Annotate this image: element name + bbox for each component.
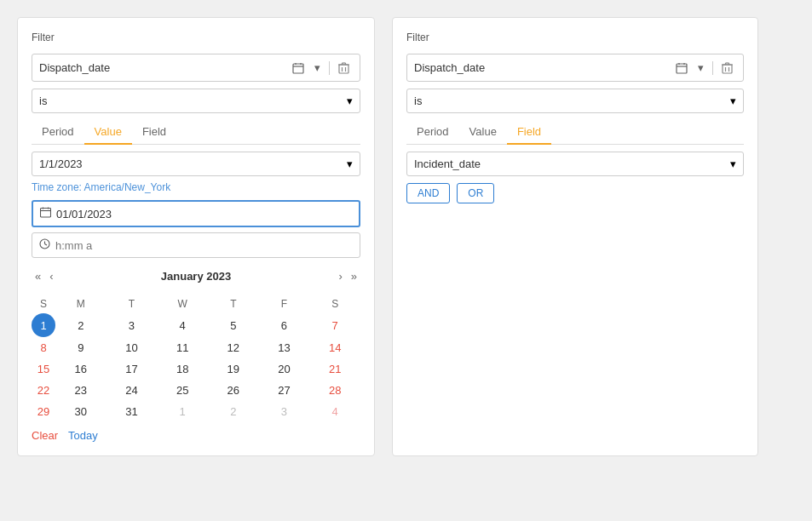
calendar-day[interactable]: 21	[309, 358, 360, 380]
calendar-day[interactable]: 1	[157, 401, 208, 422]
right-tabs-row: Period Value Field	[406, 120, 744, 145]
left-operator-select[interactable]: is ▾	[32, 89, 360, 113]
chevron-down-icon: ▾	[698, 61, 704, 74]
right-field-row[interactable]: Dispatch_date ▾	[406, 54, 744, 82]
calendar-day[interactable]: 19	[208, 358, 259, 380]
left-chevron-down-btn[interactable]: ▾	[311, 60, 324, 76]
calendar-day[interactable]: 12	[208, 337, 259, 358]
calendar-day[interactable]: 22	[32, 380, 55, 401]
calendar-day[interactable]: 26	[208, 380, 259, 401]
left-date-input[interactable]	[56, 208, 352, 220]
next-month-btn[interactable]: ›	[335, 268, 345, 284]
weekday-f: F	[259, 295, 310, 313]
tab-value-left[interactable]: Value	[84, 120, 132, 145]
calendar-day[interactable]: 17	[107, 358, 158, 380]
chevron-down-icon: ▾	[730, 94, 736, 107]
weekday-t2: T	[208, 295, 259, 313]
and-button[interactable]: AND	[406, 183, 450, 203]
calendar-day[interactable]: 2	[55, 313, 107, 337]
left-tabs-row: Period Value Field	[32, 120, 360, 145]
calendar-day[interactable]: 10	[107, 337, 158, 358]
chevron-down-icon: ▾	[730, 157, 736, 170]
calendar-day[interactable]: 7	[309, 313, 360, 337]
right-delete-btn[interactable]	[718, 60, 736, 76]
calendar-day[interactable]: 31	[107, 401, 158, 422]
right-calendar-icon-btn[interactable]	[672, 60, 691, 76]
svg-rect-22	[723, 65, 732, 73]
calendar-day[interactable]: 4	[309, 401, 360, 422]
calendar-day[interactable]: 2	[208, 401, 259, 422]
calendar-day[interactable]: 13	[259, 337, 310, 358]
left-timezone-label: Time zone: America/New_York	[32, 181, 360, 193]
divider	[329, 61, 330, 75]
calendar-day[interactable]: 30	[55, 401, 107, 422]
right-field-dropdown[interactable]: Incident_date ▾	[406, 152, 744, 176]
svg-rect-11	[41, 209, 51, 218]
calendar-day[interactable]: 9	[55, 337, 107, 358]
left-field-row[interactable]: Dispatch_date ▾	[32, 54, 360, 82]
calendar-footer: Clear Today	[32, 422, 360, 442]
calendar-day[interactable]: 20	[259, 358, 310, 380]
chevron-down-icon: ▾	[314, 61, 320, 74]
left-field-row-icons: ▾	[289, 60, 353, 76]
left-calendar-icon-btn[interactable]	[289, 60, 308, 76]
calendar-day[interactable]: 16	[55, 358, 107, 380]
svg-rect-4	[339, 65, 348, 73]
calendar-day[interactable]: 28	[309, 380, 360, 401]
left-date-preset-select[interactable]: 1/1/2023 ▾	[32, 152, 360, 176]
calendar-day[interactable]: 3	[259, 401, 310, 422]
or-button[interactable]: OR	[457, 183, 494, 203]
nav-next-buttons: › »	[335, 268, 360, 284]
calendar-day[interactable]: 23	[55, 380, 107, 401]
clear-link[interactable]: Clear	[32, 429, 58, 442]
calendar-grid: S M T W T F S 12345678910111213141516171…	[32, 295, 360, 422]
tab-field-right[interactable]: Field	[507, 120, 551, 145]
calendar-day[interactable]: 29	[32, 401, 55, 422]
calendar-day[interactable]: 27	[259, 380, 310, 401]
chevron-down-icon: ▾	[347, 94, 353, 107]
left-field-label: Dispatch_date	[39, 61, 289, 74]
weekday-s1: S	[32, 295, 55, 313]
tab-period-right[interactable]: Period	[406, 120, 459, 145]
chevron-down-icon: ▾	[347, 157, 353, 170]
weekday-w: W	[157, 295, 208, 313]
calendar-day[interactable]: 5	[208, 313, 259, 337]
calendar-day[interactable]: 3	[107, 313, 158, 337]
right-operator-select[interactable]: is ▾	[406, 89, 744, 113]
left-filter-panel: Filter Dispatch_date ▾	[17, 17, 375, 456]
calendar-day[interactable]: 11	[157, 337, 208, 358]
today-link[interactable]: Today	[68, 429, 98, 442]
calendar-day[interactable]: 8	[32, 337, 55, 358]
calendar-icon	[40, 207, 51, 220]
nav-prev-buttons: « ‹	[32, 268, 57, 284]
right-field-dropdown-label: Incident_date	[414, 157, 730, 170]
calendar-day[interactable]: 1	[32, 313, 55, 337]
calendar-day[interactable]: 14	[309, 337, 360, 358]
calendar-day[interactable]: 4	[157, 313, 208, 337]
prev-year-btn[interactable]: «	[32, 268, 44, 284]
left-time-input[interactable]	[55, 239, 353, 252]
tab-field-left[interactable]: Field	[132, 120, 176, 145]
calendar-day[interactable]: 15	[32, 358, 55, 380]
weekday-t1: T	[107, 295, 158, 313]
calendar-day[interactable]: 6	[259, 313, 310, 337]
calendar-day[interactable]: 25	[157, 380, 208, 401]
prev-month-btn[interactable]: ‹	[46, 268, 56, 284]
svg-line-17	[45, 244, 48, 246]
left-time-input-row[interactable]	[32, 232, 360, 258]
clock-icon	[39, 238, 50, 252]
weekday-s2: S	[309, 295, 360, 313]
calendar-day[interactable]: 24	[107, 380, 158, 401]
svg-rect-18	[677, 64, 687, 73]
next-year-btn[interactable]: »	[348, 268, 360, 284]
right-field-row-icons: ▾	[672, 60, 736, 76]
tab-period-left[interactable]: Period	[32, 120, 84, 145]
tab-value-right[interactable]: Value	[459, 120, 507, 145]
calendar-day[interactable]: 18	[157, 358, 208, 380]
right-filter-title: Filter	[406, 31, 744, 43]
left-date-input-row[interactable]	[32, 200, 360, 227]
left-delete-btn[interactable]	[335, 60, 353, 76]
and-or-row: AND OR	[406, 183, 744, 203]
svg-rect-0	[293, 64, 303, 73]
right-chevron-down-btn[interactable]: ▾	[694, 60, 707, 76]
